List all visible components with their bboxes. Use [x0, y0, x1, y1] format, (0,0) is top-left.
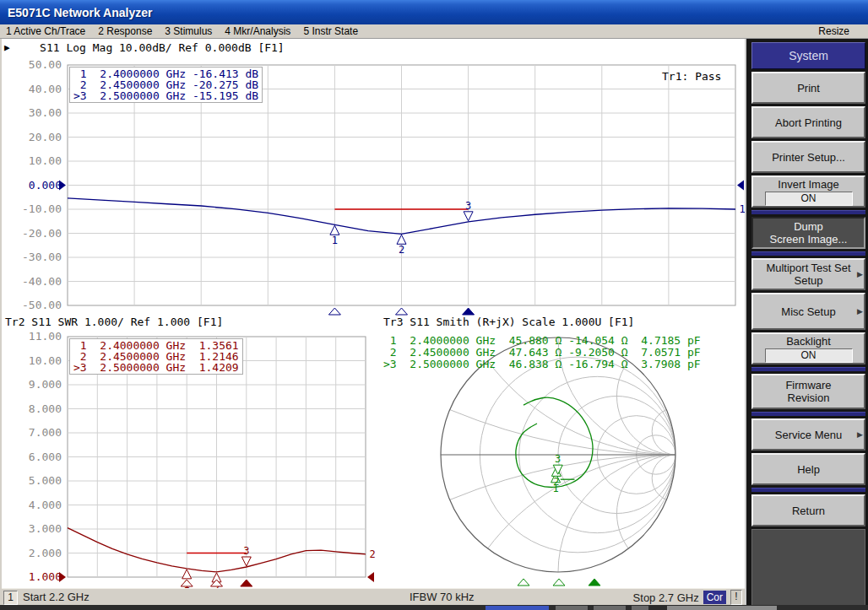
correction-badge: Cor: [703, 591, 726, 604]
softkey-label: Backlight: [786, 335, 831, 348]
softkey-menu-title: System: [751, 42, 865, 69]
y-axis-label: 40.00: [2, 84, 62, 95]
submenu-arrow-icon: ▶: [857, 268, 863, 281]
y-axis-label: 10.00: [2, 155, 62, 167]
trace3-marker-readout: 1 2.4000000 GHz 45.880 Ω -14.054 Ω 4.718…: [383, 335, 701, 370]
menu-item-4[interactable]: 4 Mkr/Analysis: [225, 25, 290, 37]
y-axis-label: 7.000: [2, 427, 62, 439]
taskbar-sliver: [0, 605, 868, 610]
trace1-header[interactable]: ▶ Tr1 S11 Log Mag 10.00dB/ Ref 0.000dB […: [4, 41, 285, 54]
submenu-arrow-icon: ▶: [857, 429, 863, 441]
y-axis-label: -40.00: [2, 276, 62, 288]
plot-label: 1: [332, 235, 338, 246]
y-axis-label: 50.00: [2, 59, 62, 71]
trace3-header[interactable]: Tr3 S11 Smith (R+jX) Scale 1.000U [F1]: [383, 316, 634, 328]
window-title: E5071C Network Analyzer: [8, 6, 152, 19]
stimulus-marker-handle[interactable]: [463, 308, 475, 315]
softkey-print[interactable]: Print: [751, 72, 865, 104]
y-axis-label: 0.000: [2, 180, 62, 192]
softkey-help[interactable]: Help: [751, 453, 865, 485]
y-axis-label: 5.000: [2, 475, 62, 487]
menu-bar: 1 Active Ch/Trace2 Response3 Stimulus4 M…: [0, 24, 868, 39]
softkey-label: Dump: [794, 220, 823, 233]
stimulus-marker-handle[interactable]: [328, 308, 340, 315]
active-trace-arrow-icon: ▶: [4, 42, 10, 53]
status-right-group: Stop 2.7 GHz Cor !: [633, 590, 742, 605]
y-axis-label: 6.000: [2, 451, 62, 463]
menu-items: 1 Active Ch/Trace2 Response3 Stimulus4 M…: [6, 25, 371, 37]
stimulus-marker-handle[interactable]: [589, 579, 600, 586]
status-start-frequency: Start 2.2 GHz: [23, 591, 90, 603]
taskbar-fragment: [486, 606, 549, 610]
y-axis-label: 3.000: [2, 523, 62, 535]
trace2-header[interactable]: Tr2 S11 SWR 1.000/ Ref 1.000 [F1]: [5, 316, 223, 328]
y-axis-label: -30.00: [2, 251, 62, 263]
menu-item-1[interactable]: 1 Active Ch/Trace: [6, 25, 85, 37]
softkey-backlight[interactable]: BacklightON: [751, 332, 865, 364]
softkey-multiport-test-set-setup[interactable]: Multiport Test SetSetup▶: [751, 258, 865, 290]
softkey-invert-image[interactable]: Invert ImageON: [751, 175, 865, 208]
stimulus-marker-handle[interactable]: [518, 579, 529, 586]
softkey-separator: [751, 210, 865, 214]
trace2-marker-readout: 1 2.4000000 GHz 1.3561 2 2.4500000 GHz 1…: [69, 338, 243, 375]
plot-label: 2: [399, 244, 404, 256]
softkey-empty-area: [751, 529, 865, 605]
softkey-separator: [751, 251, 865, 256]
softkey-abort-printing[interactable]: Abort Printing: [751, 106, 865, 138]
softkey-printer-setup[interactable]: Printer Setup...: [751, 141, 865, 173]
softkey-separator: [751, 412, 865, 416]
marker-readout-row: 1 2.4000000 GHz 45.880 Ω -14.054 Ω 4.718…: [383, 335, 701, 347]
plot-label: 2: [369, 548, 375, 560]
stimulus-marker-handle[interactable]: [553, 579, 565, 586]
softkey-label: Multiport Test Set: [766, 262, 850, 274]
channel-indicator: 1: [3, 591, 18, 605]
y-axis-label: -10.00: [2, 203, 62, 215]
softkey-toggle-state: ON: [765, 348, 853, 363]
y-axis-label: 11.00: [2, 331, 62, 343]
softkey-firmware-revision[interactable]: FirmwareRevision: [751, 374, 865, 409]
taskbar-fragment: [556, 606, 588, 610]
window-titlebar[interactable]: E5071C Network Analyzer: [0, 0, 868, 24]
softkey-misc-setup[interactable]: Misc Setup▶: [751, 293, 865, 330]
softkey-service-menu[interactable]: Service Menu▶: [751, 418, 865, 451]
submenu-arrow-icon: ▶: [857, 305, 863, 318]
taskbar-fragment: [667, 606, 777, 610]
y-axis-label: 2.000: [2, 548, 62, 559]
softkey-label: Printer Setup...: [772, 151, 845, 164]
softkey-label: Return: [792, 505, 825, 517]
softkey-separator: [751, 488, 865, 492]
stimulus-marker-handle[interactable]: [181, 580, 193, 586]
trace1-header-text: S11 Log Mag 10.00dB/ Ref 0.000dB [F1]: [40, 41, 285, 54]
taskbar-fragment: [632, 606, 648, 610]
menu-item-2[interactable]: 2 Response: [98, 25, 152, 37]
softkey-label: Screen Image...: [770, 233, 848, 246]
plot-label: 3: [555, 453, 561, 465]
marker-readout-row: 2 2.4500000 GHz 47.643 Ω -9.2050 Ω 7.057…: [383, 347, 701, 359]
y-axis-label: 4.000: [2, 499, 62, 511]
y-axis-label: 9.000: [2, 379, 62, 391]
status-stop-frequency: Stop 2.7 GHz: [633, 591, 699, 604]
lcd-display: 12311232123 ▶ Tr1 S11 Log Mag 10.00dB/ R…: [2, 39, 745, 588]
softkey-label: Print: [797, 82, 820, 94]
stimulus-marker-handle[interactable]: [241, 580, 252, 586]
y-axis-label: 1.000: [2, 571, 62, 583]
softkey-label: Setup: [795, 274, 823, 287]
softkey-return[interactable]: Return: [751, 494, 865, 526]
y-axis-label: 10.00: [2, 355, 62, 367]
plot-label: 3: [465, 200, 471, 212]
softkey-label: Service Menu: [775, 429, 842, 441]
marker-readout-row: >3 2.5000000 GHz 46.838 Ω -16.794 Ω 3.79…: [383, 359, 701, 370]
softkey-label: Misc Setup: [781, 305, 835, 318]
y-axis-label: 30.00: [2, 107, 62, 119]
softkey-dump-screen-image[interactable]: DumpScreen Image...: [751, 217, 865, 249]
menu-item-3[interactable]: 3 Stimulus: [165, 25, 212, 37]
menu-item-resize[interactable]: Resize: [818, 25, 849, 37]
plot-label: 3: [243, 545, 249, 557]
softkey-menu: System PrintAbort PrintingPrinter Setup.…: [745, 39, 868, 605]
softkey-separator: [751, 367, 865, 371]
trace1-badge: Tr1: [11, 41, 34, 54]
menu-item-5[interactable]: 5 Instr State: [303, 25, 358, 37]
stimulus-marker-handle[interactable]: [396, 308, 408, 315]
status-ifbw: IFBW 70 kHz: [410, 591, 475, 603]
marker-readout-row: >3 2.5000000 GHz 1.4209: [73, 362, 239, 373]
